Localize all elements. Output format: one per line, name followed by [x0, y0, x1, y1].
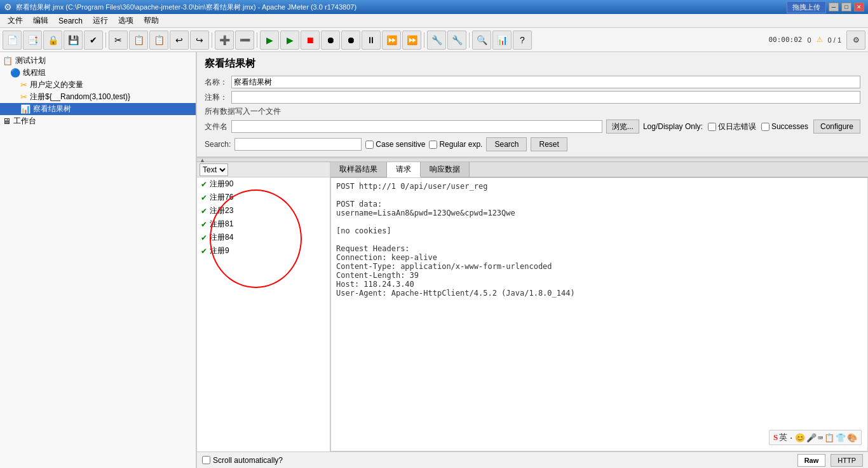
titlebar-controls: 拖拽上传 ─ □ ✕ [787, 1, 864, 13]
toolbar-redo[interactable]: ↪ [190, 31, 209, 50]
toolbar-remote-stop[interactable]: ⏸ [362, 31, 381, 50]
successes-checkbox[interactable] [761, 123, 770, 131]
ime-logo: S [773, 432, 778, 443]
name-input[interactable] [231, 76, 860, 88]
tree-icon-user-vars: ✂ [20, 80, 27, 90]
toolbar-remote-engines[interactable]: ⚙ [846, 31, 865, 50]
toolbar-template[interactable]: 📑 [23, 31, 42, 50]
search-label: Search: [205, 140, 231, 149]
menu-options[interactable]: 选项 [113, 14, 139, 27]
menu-run[interactable]: 运行 [88, 14, 113, 27]
menu-help[interactable]: 帮助 [139, 14, 164, 27]
minimize-btn[interactable]: ─ [829, 3, 839, 11]
result-item-9[interactable]: ✔ 注册9 [197, 244, 330, 258]
scroll-auto-label[interactable]: Scroll automatically? [202, 456, 283, 465]
tab-sampler-result[interactable]: 取样器结果 [330, 162, 387, 177]
ime-theme[interactable]: 👕 [836, 433, 846, 443]
detail-line-5: [no cookies] [336, 226, 862, 235]
configure-button[interactable]: Configure [813, 120, 860, 134]
menu-edit[interactable]: 编辑 [28, 14, 53, 27]
upload-btn[interactable]: 拖拽上传 [787, 1, 826, 13]
tab-request[interactable]: 请求 [387, 162, 421, 177]
menu-file[interactable]: 文件 [3, 14, 28, 27]
toolbar-revert[interactable]: ✔ [84, 31, 103, 50]
reset-button[interactable]: Reset [531, 137, 567, 151]
ime-mic[interactable]: 🎤 [806, 433, 817, 443]
ime-more[interactable]: 🎨 [847, 433, 857, 443]
result-label-76: 注册76 [210, 192, 233, 203]
toolbar-start[interactable]: ▶ [260, 31, 279, 50]
titlebar-left: ⚙ 察看结果树.jmx (C:\Program Files\360\apache… [4, 2, 356, 12]
toolbar-copy[interactable]: 📋 [129, 31, 148, 50]
scroll-auto-checkbox[interactable] [202, 456, 210, 464]
search-input[interactable] [234, 138, 362, 151]
toolbar-lock[interactable]: 🔒 [43, 31, 62, 50]
result-item-90[interactable]: ✔ 注册90 [197, 177, 330, 191]
toolbar-ssl[interactable]: 🔧 [447, 31, 466, 50]
toolbar-cut[interactable]: ✂ [109, 31, 128, 50]
detail-line-10: Content-Length: 39 [336, 271, 862, 280]
tree-item-workbench[interactable]: 🖥 工作台 [0, 115, 196, 127]
ime-keyboard[interactable]: ⌨ [818, 433, 823, 443]
tree-icon-register: ✂ [20, 92, 27, 102]
toolbar-remote-start[interactable]: ⏺ [341, 31, 360, 50]
http-tab-btn[interactable]: HTTP [831, 454, 863, 467]
comment-input[interactable] [231, 91, 860, 104]
toolbar-undo[interactable]: ↩ [170, 31, 189, 50]
tree-item-register[interactable]: ✂ 注册${__Random(3,100,test)} [0, 91, 196, 103]
file-input[interactable] [231, 120, 602, 133]
browse-button[interactable]: 浏览... [606, 120, 639, 134]
result-item-84[interactable]: ✔ 注册84 [197, 231, 330, 244]
case-sensitive-label[interactable]: Case sensitive [365, 140, 425, 149]
toolbar: 📄 📑 🔒 💾 ✔ ✂ 📋 📋 ↩ ↪ ➕ ➖ ▶ ▶ ⏹ ⏺ ⏺ ⏸ ⏩ ⏩ … [0, 28, 868, 52]
toolbar-expand[interactable]: ➕ [215, 31, 234, 50]
toolbar-shutdown[interactable]: ⏺ [321, 31, 340, 50]
app-icon: ⚙ [4, 2, 12, 12]
detail-line-0: POST http://1 0/api/user/user_reg [336, 182, 862, 191]
tab-response-data[interactable]: 响应数据 [421, 162, 470, 177]
toolbar-paste[interactable]: 📋 [149, 31, 168, 50]
text-dropdown[interactable]: Text [200, 163, 228, 176]
comment-row: 注释： [205, 91, 860, 104]
result-item-81[interactable]: ✔ 注册81 [197, 217, 330, 231]
toolbar-remote-shutdown[interactable]: ⏩ [382, 31, 401, 50]
case-sensitive-text: Case sensitive [376, 140, 425, 149]
tree-item-test-plan[interactable]: 📋 测试计划 [0, 55, 196, 67]
search-button[interactable]: Search [486, 137, 527, 151]
tree-item-result-tree[interactable]: 📊 察看结果树 [0, 103, 196, 115]
successes-checkbox-label[interactable]: Successes [761, 122, 808, 131]
errors-checkbox-label[interactable]: 仅日志错误 [708, 121, 756, 132]
toolbar-stop[interactable]: ⏹ [301, 31, 320, 50]
regular-exp-label[interactable]: Regular exp. [429, 140, 482, 149]
toolbar-remote2[interactable]: ⏩ [402, 31, 421, 50]
result-item-23[interactable]: ✔ 注册23 [197, 204, 330, 217]
ime-emoji[interactable]: 😊 [795, 433, 805, 443]
result-items-list: ✔ 注册90 ✔ 注册76 ✔ 注册23 [197, 177, 330, 451]
detail-line-12: User-Agent: Apache-HttpClient/4.5.2 (Jav… [336, 289, 862, 298]
ime-skin[interactable]: 📋 [824, 433, 834, 443]
raw-tab-btn[interactable]: Raw [797, 454, 826, 467]
errors-checkbox[interactable] [708, 123, 716, 131]
close-btn[interactable]: ✕ [854, 3, 864, 11]
success-icon-81: ✔ [201, 220, 207, 229]
menu-search[interactable]: Search [53, 15, 88, 27]
toolbar-collapse[interactable]: ➖ [235, 31, 254, 50]
maximize-btn[interactable]: □ [841, 3, 851, 11]
tree-item-user-vars[interactable]: ✂ 用户定义的变量 [0, 79, 196, 91]
toolbar-start-no-pause[interactable]: ▶ [280, 31, 299, 50]
toolbar-debug[interactable]: 🔧 [427, 31, 446, 50]
toolbar-search-toolbar[interactable]: 🔍 [472, 31, 491, 50]
toolbar-help[interactable]: ? [513, 31, 532, 50]
toolbar-sep3 [257, 32, 257, 48]
regular-exp-checkbox[interactable] [429, 141, 437, 149]
titlebar: ⚙ 察看结果树.jmx (C:\Program Files\360\apache… [0, 0, 868, 14]
search-row: Search: Case sensitive Regular exp. Sear… [205, 137, 860, 151]
success-icon-84: ✔ [201, 233, 207, 242]
case-sensitive-checkbox[interactable] [365, 141, 374, 149]
toolbar-new[interactable]: 📄 [3, 31, 22, 50]
result-item-76[interactable]: ✔ 注册76 [197, 191, 330, 204]
results-area: ▲ Text ✔ [197, 157, 868, 468]
toolbar-save[interactable]: 💾 [64, 31, 83, 50]
toolbar-function[interactable]: 📊 [492, 31, 512, 50]
tree-item-thread-group[interactable]: 🔵 线程组 [0, 67, 196, 79]
